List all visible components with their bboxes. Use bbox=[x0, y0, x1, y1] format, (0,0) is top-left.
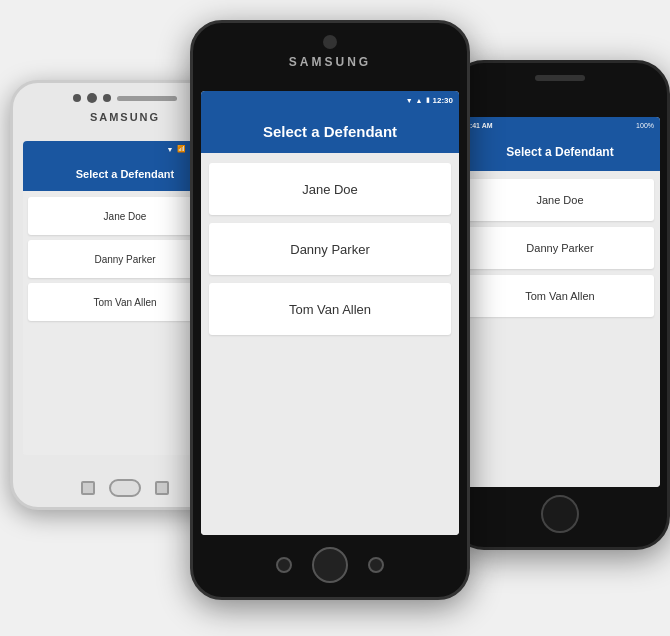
defendant-name-mid-2: Tom Van Allen bbox=[289, 302, 371, 317]
speaker-right bbox=[535, 75, 585, 81]
screen-mid: ▼ ▲ ▮ 12:30 Select a Defendant Jane Doe … bbox=[201, 91, 459, 535]
defendant-card-mid-1[interactable]: Danny Parker bbox=[209, 223, 451, 275]
home-btn-right[interactable] bbox=[541, 495, 579, 533]
scene: SAMSUNG ▼ 📶 🔋 12:30 Select a Defendant J… bbox=[0, 0, 670, 636]
defendant-card-mid-2[interactable]: Tom Van Allen bbox=[209, 283, 451, 335]
app-header-right: Select a Defendant bbox=[460, 133, 660, 171]
top-bar-right bbox=[453, 75, 667, 81]
brand-label-mid: SAMSUNG bbox=[193, 55, 467, 69]
status-bar-mid: ▼ ▲ ▮ 12:30 bbox=[201, 91, 459, 109]
time-mid: 12:30 bbox=[433, 96, 453, 105]
defendant-card-mid-0[interactable]: Jane Doe bbox=[209, 163, 451, 215]
app-body-mid: Jane Doe Danny Parker Tom Van Allen bbox=[201, 153, 459, 535]
camera-dot2 bbox=[103, 94, 111, 102]
app-title-left: Select a Defendant bbox=[76, 168, 174, 180]
wifi-icon-left: 📶 bbox=[177, 145, 186, 153]
home-btn-mid[interactable] bbox=[312, 547, 348, 583]
camera-main bbox=[87, 93, 97, 103]
battery-right: 100% bbox=[636, 122, 654, 129]
camera-dot bbox=[73, 94, 81, 102]
defendant-name-right-1: Danny Parker bbox=[526, 242, 593, 254]
signal-icon-mid: ▼ bbox=[406, 97, 413, 104]
bottom-bar-right bbox=[453, 495, 667, 533]
phone-right: 9:41 AM 100% Select a Defendant Jane Doe… bbox=[450, 60, 670, 550]
defendant-name-mid-0: Jane Doe bbox=[302, 182, 358, 197]
back-btn-mid[interactable] bbox=[276, 557, 292, 573]
app-header-mid: Select a Defendant bbox=[201, 109, 459, 153]
app-screen-right: 9:41 AM 100% Select a Defendant Jane Doe… bbox=[460, 117, 660, 487]
screen-right: 9:41 AM 100% Select a Defendant Jane Doe… bbox=[460, 117, 660, 487]
defendant-card-right-1[interactable]: Danny Parker bbox=[466, 227, 654, 269]
signal-icon-left: ▼ bbox=[167, 146, 174, 153]
back-btn-left[interactable] bbox=[81, 481, 95, 495]
bottom-bar-mid bbox=[193, 547, 467, 583]
app-body-right: Jane Doe Danny Parker Tom Van Allen bbox=[460, 171, 660, 487]
defendant-name-left-2: Tom Van Allen bbox=[93, 297, 156, 308]
menu-btn-left[interactable] bbox=[155, 481, 169, 495]
camera-mid bbox=[323, 35, 337, 49]
defendant-card-right-0[interactable]: Jane Doe bbox=[466, 179, 654, 221]
defendant-name-right-0: Jane Doe bbox=[536, 194, 583, 206]
speaker bbox=[117, 96, 177, 101]
defendant-name-mid-1: Danny Parker bbox=[290, 242, 369, 257]
phone-mid: SAMSUNG ▼ ▲ ▮ 12:30 Select a Defendant J… bbox=[190, 20, 470, 600]
home-btn-left[interactable] bbox=[109, 479, 141, 497]
defendant-name-right-2: Tom Van Allen bbox=[525, 290, 595, 302]
wifi-icon-mid: ▲ bbox=[416, 97, 423, 104]
defendant-card-right-2[interactable]: Tom Van Allen bbox=[466, 275, 654, 317]
battery-icon-mid: ▮ bbox=[426, 96, 430, 104]
app-screen-mid: ▼ ▲ ▮ 12:30 Select a Defendant Jane Doe … bbox=[201, 91, 459, 535]
app-title-mid: Select a Defendant bbox=[263, 123, 397, 140]
defendant-name-left-0: Jane Doe bbox=[104, 211, 147, 222]
status-bar-right: 9:41 AM 100% bbox=[460, 117, 660, 133]
menu-btn-mid[interactable] bbox=[368, 557, 384, 573]
app-title-right: Select a Defendant bbox=[506, 145, 613, 159]
top-bar-mid bbox=[193, 35, 467, 52]
defendant-name-left-1: Danny Parker bbox=[94, 254, 155, 265]
